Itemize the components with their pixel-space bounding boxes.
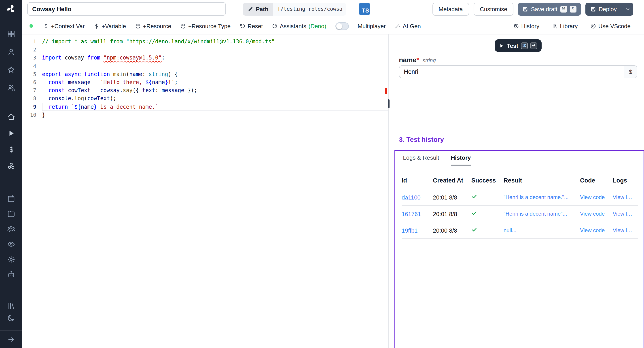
view-logs-link[interactable]: View logs [613, 227, 638, 234]
name-field-input[interactable] [399, 65, 624, 78]
star-icon [7, 66, 15, 74]
add-variable-button[interactable]: +Variable [94, 22, 126, 29]
col-success: Success [471, 177, 504, 184]
tab-history[interactable]: History [451, 154, 471, 166]
sidebar-item-star[interactable] [0, 66, 22, 74]
result-link[interactable]: "Henri is a decent name"... [504, 211, 580, 217]
history-row: 19ffb120:00 8/8null...View codeView logs [402, 222, 638, 239]
deploy-dropdown-button[interactable] [622, 2, 633, 16]
ai-gen-button[interactable]: AI Gen [395, 22, 421, 29]
sidebar-item-user-group[interactable] [0, 225, 22, 233]
preview-panel: Test ⌘ ↵ name* string $ 3. Test history [389, 34, 644, 348]
code-line-6[interactable]: const message = `Hello there, ${name}!`; [42, 78, 388, 86]
sidebar-item-books[interactable] [0, 302, 22, 310]
sidebar-item-gear[interactable] [0, 256, 22, 264]
add-resource-type-button[interactable]: +Resource Type [180, 22, 231, 29]
code-line-2[interactable] [42, 46, 388, 54]
use-vscode-button[interactable]: Use VScode [590, 22, 630, 29]
pane-divider[interactable] [388, 34, 389, 348]
view-logs-link[interactable]: View logs [613, 211, 638, 217]
history-icon [513, 23, 519, 29]
sidebar-nav [0, 18, 22, 348]
result-link[interactable]: "Henri is a decent name."... [504, 194, 580, 200]
view-code-link[interactable]: View code [580, 194, 613, 200]
script-name-input[interactable] [27, 2, 226, 16]
field-name: name [399, 56, 416, 64]
insert-variable-button[interactable]: $ [624, 65, 637, 78]
code-line-9[interactable]: return `${name} is a decent name.` [42, 103, 388, 111]
books-icon [7, 302, 15, 310]
sidebar-item-arrow-right[interactable] [0, 336, 22, 344]
sidebar-item-grid[interactable] [0, 30, 22, 38]
code-line-8[interactable]: console.log(cowText); [42, 94, 388, 103]
toolbar-right: History Library Use VScode [513, 22, 630, 29]
sidebar-item-calendar[interactable] [0, 194, 22, 203]
code-line-1[interactable]: // import * as wmill from "https://deno.… [42, 38, 388, 46]
code-line-7[interactable]: const cowText = cowsay.say({ text: messa… [42, 86, 388, 94]
view-code-link[interactable]: View code [580, 227, 613, 234]
sidebar-item-moon[interactable] [0, 314, 22, 322]
dollar-icon [7, 146, 15, 154]
sidebar-item-eye[interactable] [0, 240, 22, 248]
view-logs-link[interactable]: View logs [613, 194, 638, 200]
path-edit-button[interactable]: Path [243, 2, 273, 16]
wand-icon [395, 23, 400, 29]
vscode-icon [590, 23, 596, 29]
history-button[interactable]: History [513, 22, 539, 29]
history-table: IdCreated AtSuccessResultCodeLogsda11002… [402, 175, 638, 239]
deploy-button[interactable]: Deploy [585, 2, 622, 16]
divider-handle[interactable] [388, 99, 389, 108]
run-id-link[interactable]: 19ffb1 [402, 227, 433, 234]
typescript-badge: TS [359, 3, 370, 15]
code-area[interactable]: // import * as wmill from "https://deno.… [42, 34, 388, 348]
reset-button[interactable]: Reset [240, 22, 263, 29]
customise-button[interactable]: Customise [474, 2, 514, 16]
line-number-1: 1 [22, 38, 36, 46]
multiplayer-label: Multiplayer [358, 22, 386, 29]
sidebar [0, 0, 22, 348]
path-group: Path [243, 2, 346, 16]
code-line-3[interactable]: import cowsay from "npm:cowsay@1.5.0"; [42, 54, 388, 62]
metadata-button[interactable]: Metadata [432, 2, 469, 16]
sidebar-item-users[interactable] [0, 84, 22, 92]
sidebar-item-dollar[interactable] [0, 146, 22, 154]
save-draft-button[interactable]: Save draft ⌘ S [518, 2, 581, 16]
multiplayer-toggle[interactable] [335, 22, 348, 30]
rotate-ccw-icon [240, 23, 245, 29]
assistants-button[interactable]: Assistants (Deno) [272, 22, 326, 29]
dollar-icon [43, 23, 49, 29]
sidebar-item-folder[interactable] [0, 210, 22, 218]
add-resource-button[interactable]: +Resource [135, 22, 171, 29]
sidebar-item-bot[interactable] [0, 270, 22, 279]
col-created-at: Created At [433, 177, 471, 184]
result-link[interactable]: null... [504, 227, 580, 234]
created-at: 20:01 8/8 [433, 210, 471, 217]
col-logs: Logs [613, 177, 638, 184]
code-line-10[interactable]: } [42, 111, 388, 119]
sidebar-item-boxes[interactable] [0, 162, 22, 170]
windmill-logo[interactable] [0, 0, 22, 18]
success-check-icon [471, 210, 504, 218]
play-icon [7, 129, 15, 137]
test-label: Test [507, 42, 518, 49]
field-type: string [422, 57, 436, 64]
code-editor[interactable]: 12345678910 // import * as wmill from "h… [22, 34, 388, 348]
sidebar-item-user[interactable] [0, 48, 22, 56]
line-number-2: 2 [22, 46, 36, 54]
code-line-5[interactable]: export async function main(name: string)… [42, 70, 388, 78]
arrow-right-icon [7, 336, 15, 344]
sidebar-item-play[interactable] [0, 129, 22, 137]
code-line-4[interactable] [42, 62, 388, 70]
success-check-icon [471, 227, 504, 234]
test-button[interactable]: Test ⌘ ↵ [495, 39, 542, 52]
run-id-link[interactable]: 161761 [402, 210, 433, 217]
add-context-var-button[interactable]: +Context Var [43, 22, 85, 29]
sidebar-item-home[interactable] [0, 113, 22, 121]
line-number-3: 3 [22, 54, 36, 62]
library-button[interactable]: Library [552, 22, 578, 29]
path-input[interactable] [273, 2, 346, 16]
main-column: Path TS Metadata Customise Save draft ⌘ … [22, 0, 644, 348]
view-code-link[interactable]: View code [580, 211, 613, 217]
run-id-link[interactable]: da1100 [402, 194, 433, 200]
tab-logs-result[interactable]: Logs & Result [403, 154, 439, 166]
